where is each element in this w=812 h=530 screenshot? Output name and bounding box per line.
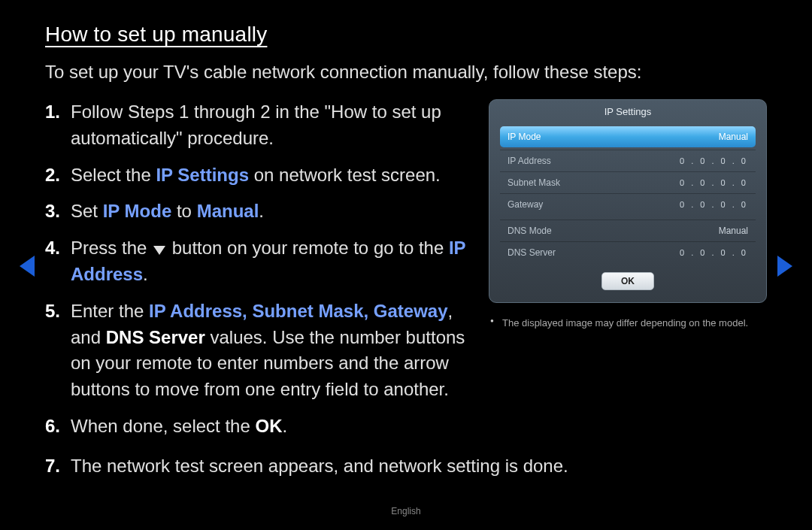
text: . <box>282 416 287 436</box>
step-body: Select the IP Settings on network test s… <box>71 162 471 189</box>
text: . <box>143 264 148 284</box>
step-body: When done, select the OK. <box>71 413 471 440</box>
row-label: IP Mode <box>508 132 541 142</box>
ip-settings-ref: IP Settings <box>156 165 249 185</box>
step-number: 2. <box>45 162 71 189</box>
row-label: Subnet Mask <box>508 177 560 188</box>
row-label: IP Address <box>508 156 551 166</box>
step-3: 3. Set IP Mode to Manual. <box>45 198 471 225</box>
step-body: Follow Steps 1 through 2 in the "How to … <box>71 99 471 152</box>
step-number: 4. <box>45 235 71 288</box>
steps-list-lower: 7. The network test screen appears, and … <box>45 453 767 480</box>
manual-page: How to set up manually To set up your TV… <box>0 0 812 530</box>
row-value: 0 . 0 . 0 . 0 <box>680 200 748 209</box>
page-title: How to set up manually <box>45 23 767 47</box>
text: Enter the <box>71 301 149 321</box>
row-value: Manual <box>719 226 748 236</box>
text: on network test screen. <box>249 165 441 185</box>
text: Set <box>71 201 103 221</box>
text: When done, select the <box>71 416 255 436</box>
step-number: 1. <box>45 99 71 152</box>
step-1: 1. Follow Steps 1 through 2 in the "How … <box>45 99 471 152</box>
step-6: 6. When done, select the OK. <box>45 413 471 440</box>
step-number: 7. <box>45 453 71 480</box>
row-gateway[interactable]: Gateway 0 . 0 . 0 . 0 <box>500 193 756 215</box>
ok-button[interactable]: OK <box>601 272 654 290</box>
row-value: 0 . 0 . 0 . 0 <box>680 178 748 187</box>
ip-mode-ref: IP Mode <box>103 201 172 221</box>
side-column: IP Settings IP Mode Manual IP Address 0 … <box>489 99 767 450</box>
row-label: DNS Mode <box>508 226 552 236</box>
row-value: 0 . 0 . 0 . 0 <box>680 156 748 165</box>
step-4: 4. Press the button on your remote to go… <box>45 235 471 288</box>
dns-server-ref: DNS Server <box>106 327 205 347</box>
down-arrow-icon <box>153 246 165 255</box>
row-value: Manual <box>719 132 748 142</box>
step-number: 5. <box>45 298 71 403</box>
text: Press the <box>71 238 152 258</box>
step-body: Set IP Mode to Manual. <box>71 198 471 225</box>
step-5: 5. Enter the IP Address, Subnet Mask, Ga… <box>45 298 471 403</box>
text: button on your remote to go to the <box>167 238 449 258</box>
step-body: Enter the IP Address, Subnet Mask, Gatew… <box>71 298 471 403</box>
step-number: 6. <box>45 413 71 440</box>
step-number: 3. <box>45 198 71 225</box>
panel-note: The displayed image may differ depending… <box>489 316 767 330</box>
step-body: The network test screen appears, and net… <box>71 453 767 480</box>
ip-settings-panel: IP Settings IP Mode Manual IP Address 0 … <box>489 99 767 303</box>
text: to <box>171 201 196 221</box>
step-2: 2. Select the IP Settings on network tes… <box>45 162 471 189</box>
fields-ref: IP Address, Subnet Mask, Gateway <box>149 301 447 321</box>
text: Select the <box>71 165 156 185</box>
ok-ref: OK <box>255 416 282 436</box>
row-dns-server[interactable]: DNS Server 0 . 0 . 0 . 0 <box>500 241 756 263</box>
manual-ref: Manual <box>197 201 259 221</box>
panel-title: IP Settings <box>500 100 756 125</box>
step-body: Press the button on your remote to go to… <box>71 235 471 288</box>
steps-list: 1. Follow Steps 1 through 2 in the "How … <box>45 99 471 450</box>
step-7: 7. The network test screen appears, and … <box>45 453 767 480</box>
row-ip-mode[interactable]: IP Mode Manual <box>500 126 756 147</box>
row-subnet-mask[interactable]: Subnet Mask 0 . 0 . 0 . 0 <box>500 171 756 193</box>
footer-language: English <box>0 506 812 516</box>
intro-text: To set up your TV's cable network connec… <box>45 62 767 83</box>
row-dns-mode[interactable]: DNS Mode Manual <box>500 220 756 241</box>
row-ip-address[interactable]: IP Address 0 . 0 . 0 . 0 <box>500 150 756 171</box>
row-value: 0 . 0 . 0 . 0 <box>680 248 748 257</box>
row-label: DNS Server <box>508 247 556 258</box>
text: . <box>259 201 264 221</box>
row-label: Gateway <box>508 199 543 210</box>
